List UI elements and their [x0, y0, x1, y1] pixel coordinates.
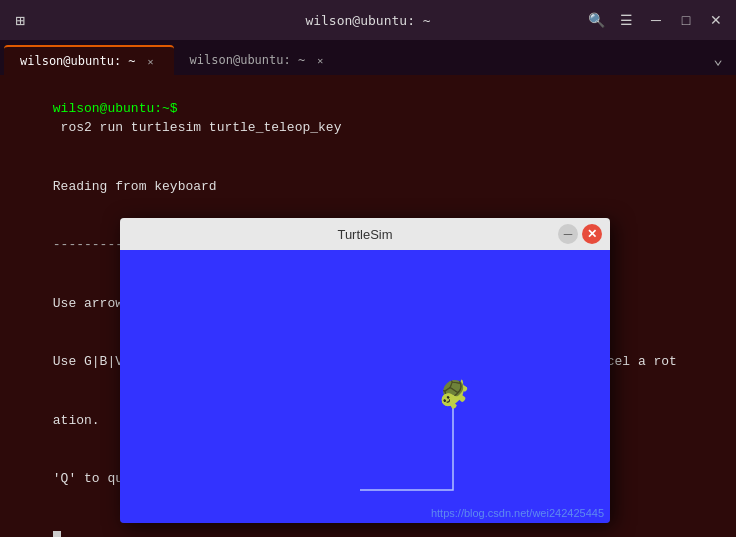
tab-2[interactable]: wilson@ubuntu: ~ ✕ — [174, 45, 344, 75]
ts-close-button[interactable]: ✕ — [582, 224, 602, 244]
tab-bar-right: ⌄ — [704, 44, 732, 72]
tab-1-label: wilson@ubuntu: ~ — [20, 54, 136, 68]
title-bar-left: ⊞ — [8, 8, 32, 32]
tab-bar: wilson@ubuntu: ~ ✕ wilson@ubuntu: ~ ✕ ⌄ — [0, 40, 736, 75]
line-6-text: ation. — [53, 413, 100, 428]
tab-2-label: wilson@ubuntu: ~ — [190, 53, 306, 67]
tab-1-close[interactable]: ✕ — [144, 54, 158, 68]
title-bar: ⊞ wilson@ubuntu: ~ 🔍 ☰ ─ □ ✕ — [0, 0, 736, 40]
prompt-1: wilson@ubuntu:~$ — [53, 101, 178, 116]
terminal-line-2: Reading from keyboard — [6, 157, 730, 216]
terminal-line-1: wilson@ubuntu:~$ ros2 run turtlesim turt… — [6, 79, 730, 157]
close-button[interactable]: ✕ — [704, 8, 728, 32]
turtlesim-window: TurtleSim ─ ✕ 🐢 https://blog.csdn.net/we… — [120, 218, 610, 523]
ts-minimize-button[interactable]: ─ — [558, 224, 578, 244]
cursor — [53, 531, 61, 538]
menu-button[interactable]: ☰ — [614, 8, 638, 32]
terminal-icon: ⊞ — [8, 8, 32, 32]
ts-controls: ─ ✕ — [558, 224, 602, 244]
search-button[interactable]: 🔍 — [584, 8, 608, 32]
tab-1[interactable]: wilson@ubuntu: ~ ✕ — [4, 45, 174, 75]
title-bar-title: wilson@ubuntu: ~ — [305, 13, 430, 28]
title-bar-controls: 🔍 ☰ ─ □ ✕ — [584, 8, 728, 32]
watermark: https://blog.csdn.net/wei242425445 — [431, 507, 604, 519]
turtle-trail — [120, 250, 610, 523]
new-tab-button[interactable]: ⌄ — [704, 44, 732, 72]
line-2-text: Reading from keyboard — [53, 179, 217, 194]
minimize-button[interactable]: ─ — [644, 8, 668, 32]
ts-title: TurtleSim — [172, 227, 558, 242]
ts-canvas: 🐢 https://blog.csdn.net/wei242425445 — [120, 250, 610, 523]
ts-title-bar: TurtleSim ─ ✕ — [120, 218, 610, 250]
maximize-button[interactable]: □ — [674, 8, 698, 32]
cmd-1: ros2 run turtlesim turtle_teleop_key — [53, 120, 342, 135]
tab-2-close[interactable]: ✕ — [313, 53, 327, 67]
